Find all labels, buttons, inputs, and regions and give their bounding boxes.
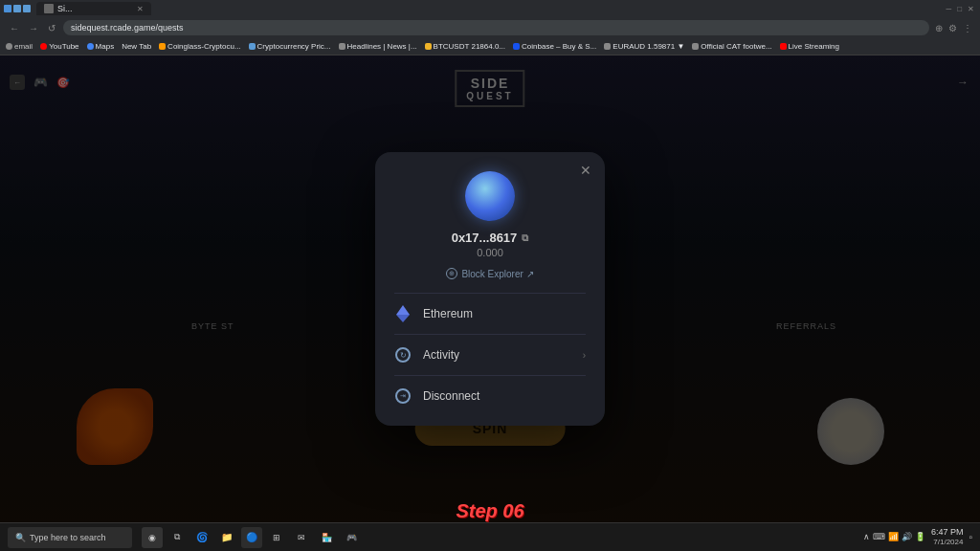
bookmark-newtab[interactable]: New Tab: [122, 42, 151, 51]
wallet-balance: 0.000: [375, 247, 605, 258]
game-area: SIDE QUEST ← 🎮 🎯 → BYTE ST REFERRALS DAI…: [0, 55, 980, 522]
bookmark-coinglass[interactable]: Coinglass-Cryptocu...: [159, 42, 240, 51]
bookmark-email[interactable]: email: [6, 42, 33, 51]
tray-arrow[interactable]: ∧: [863, 532, 870, 541]
block-explorer-icon: ⊕: [446, 268, 457, 279]
mail-icon: ✉: [298, 533, 305, 542]
cortana-icon: ◉: [148, 533, 156, 542]
tray-network[interactable]: 📶: [888, 532, 899, 541]
taskbar-store[interactable]: 🏪: [316, 527, 337, 548]
modal-overlay: ✕ 0x17...8617 ⧉ 0.000 ⊕ Block Explorer ↗: [0, 55, 980, 522]
tab-close-button[interactable]: ✕: [137, 5, 144, 13]
eth-icon: [394, 305, 412, 322]
tab-bar: Si... ✕ ─ □ ✕: [0, 0, 980, 17]
bookmarks-bar: email YouTube Maps New Tab Coinglass-Cry…: [0, 38, 980, 55]
bookmark-newtab-label: New Tab: [122, 42, 151, 51]
minimize-button[interactable]: ─: [944, 3, 953, 15]
block-explorer-label: Block Explorer ↗: [461, 269, 533, 279]
bookmark-btcusdt[interactable]: BTCUSDT 21864.0...: [425, 42, 505, 51]
close-window-button[interactable]: ✕: [966, 3, 976, 15]
apps-icon: ⊞: [273, 533, 280, 542]
step-label: Step 06: [456, 500, 523, 522]
taskbar-search[interactable]: 🔍 Type here to search: [8, 527, 132, 548]
bookmark-euraud-label: EURAUD 1.59871 ▼: [612, 42, 684, 51]
bookmark-headlines[interactable]: Headlines | News |...: [339, 42, 417, 51]
bookmark-maps[interactable]: Maps: [87, 42, 115, 51]
extensions-button[interactable]: ⚙: [948, 23, 957, 33]
bookmark-crypto-price[interactable]: Cryptocurrency Pric...: [249, 42, 331, 51]
taskbar-apps[interactable]: ⊞: [266, 527, 287, 548]
bookmark-euraud[interactable]: EURAUD 1.59871 ▼: [604, 42, 684, 51]
menu-button[interactable]: ⋮: [963, 23, 972, 33]
taskbar-icons: ◉ ⧉ 🌀 📁 🔵 ⊞ ✉ 🏪 🎮: [142, 527, 362, 548]
clock-area[interactable]: 6:47 PM 7/1/2024: [931, 527, 964, 546]
active-tab[interactable]: Si... ✕: [36, 2, 151, 15]
bookmark-maps-label: Maps: [96, 42, 115, 51]
activity-chevron-icon: ›: [583, 350, 586, 361]
bookmark-btcusdt-label: BTCUSDT 21864.0...: [434, 42, 505, 51]
bookmark-cat-label: Official CAT footwe...: [701, 42, 771, 51]
explorer-icon: 📁: [221, 532, 233, 542]
system-tray: ∧ ⌨ 📶 🔊 🔋: [863, 532, 925, 541]
clock-time: 6:47 PM: [931, 527, 964, 538]
clock-date: 7/1/2024: [931, 538, 964, 547]
address-bar: ← → ↺ sidequest.rcade.game/quests ⊕ ⚙ ⋮: [0, 17, 980, 38]
search-icon: 🔍: [15, 533, 26, 542]
store-icon: 🏪: [322, 533, 332, 542]
copy-address-button[interactable]: ⧉: [522, 232, 528, 244]
wallet-address-text: 0x17...8617: [452, 231, 518, 245]
wallet-address-row: 0x17...8617 ⧉: [375, 231, 605, 245]
activity-icon: ↻: [394, 346, 412, 364]
tray-volume[interactable]: 🔊: [902, 532, 912, 541]
bookmark-youtube[interactable]: YouTube: [40, 42, 78, 51]
bookmark-livestream[interactable]: Live Streaming: [780, 42, 839, 51]
browser-chrome: Si... ✕ ─ □ ✕ ← → ↺ sidequest.rcade.game…: [0, 0, 980, 55]
modal-close-button[interactable]: ✕: [580, 164, 591, 177]
menu-item-ethereum-label: Ethereum: [423, 307, 586, 320]
search-placeholder: Type here to search: [30, 533, 106, 542]
bookmark-headlines-label: Headlines | News |...: [347, 42, 417, 51]
taskbar-taskview[interactable]: ⧉: [167, 527, 188, 548]
block-explorer-link[interactable]: ⊕ Block Explorer ↗: [375, 268, 605, 279]
wallet-avatar: [465, 171, 515, 221]
tray-battery[interactable]: 🔋: [915, 532, 925, 541]
bookmark-coinbase-label: Coinbase – Buy & S...: [522, 42, 596, 51]
taskbar-game2[interactable]: 🎮: [341, 527, 362, 548]
taskbar-right: ∧ ⌨ 📶 🔊 🔋 6:47 PM 7/1/2024 ▫: [863, 527, 972, 546]
maximize-button[interactable]: □: [955, 3, 964, 15]
tab-favicon: [44, 4, 54, 13]
taskview-icon: ⧉: [174, 532, 180, 542]
show-desktop-button[interactable]: ▫: [969, 532, 972, 542]
chrome-icon: 🔵: [246, 532, 257, 542]
bookmark-livestream-label: Live Streaming: [789, 42, 839, 51]
tray-keyboard[interactable]: ⌨: [873, 532, 885, 541]
menu-item-activity[interactable]: ↻ Activity ›: [375, 335, 605, 375]
taskbar-cortana[interactable]: ◉: [142, 527, 163, 548]
menu-item-disconnect[interactable]: ⇥ Disconnect: [375, 376, 605, 416]
bookmark-coinglass-label: Coinglass-Cryptocu...: [167, 42, 240, 51]
taskbar-mail[interactable]: ✉: [291, 527, 312, 548]
url-bar[interactable]: sidequest.rcade.game/quests: [63, 20, 929, 35]
taskbar-edge[interactable]: 🌀: [191, 527, 212, 548]
wallet-modal: ✕ 0x17...8617 ⧉ 0.000 ⊕ Block Explorer ↗: [375, 152, 605, 426]
reload-button[interactable]: ↺: [46, 21, 57, 35]
taskbar: 🔍 Type here to search ◉ ⧉ 🌀 📁 🔵 ⊞ ✉ 🏪 🎮: [0, 522, 980, 551]
menu-item-activity-label: Activity: [423, 348, 571, 362]
tab-label: Si...: [57, 4, 73, 13]
taskbar-explorer[interactable]: 📁: [216, 527, 237, 548]
edge-icon: 🌀: [196, 532, 208, 542]
bookmark-coinbase[interactable]: Coinbase – Buy & S...: [513, 42, 596, 51]
back-button[interactable]: ←: [8, 21, 21, 35]
disconnect-icon: ⇥: [394, 387, 412, 405]
forward-button[interactable]: →: [27, 21, 40, 35]
bookmark-youtube-label: YouTube: [49, 42, 78, 51]
url-text: sidequest.rcade.game/quests: [71, 23, 184, 33]
profile-button[interactable]: ⊕: [935, 23, 943, 33]
game2-icon: 🎮: [346, 533, 357, 542]
bookmark-cat[interactable]: Official CAT footwe...: [692, 42, 771, 51]
menu-item-disconnect-label: Disconnect: [423, 389, 586, 403]
bookmark-crypto-label: Cryptocurrency Pric...: [257, 42, 331, 51]
menu-item-ethereum[interactable]: Ethereum: [375, 294, 605, 334]
taskbar-chrome[interactable]: 🔵: [241, 527, 262, 548]
